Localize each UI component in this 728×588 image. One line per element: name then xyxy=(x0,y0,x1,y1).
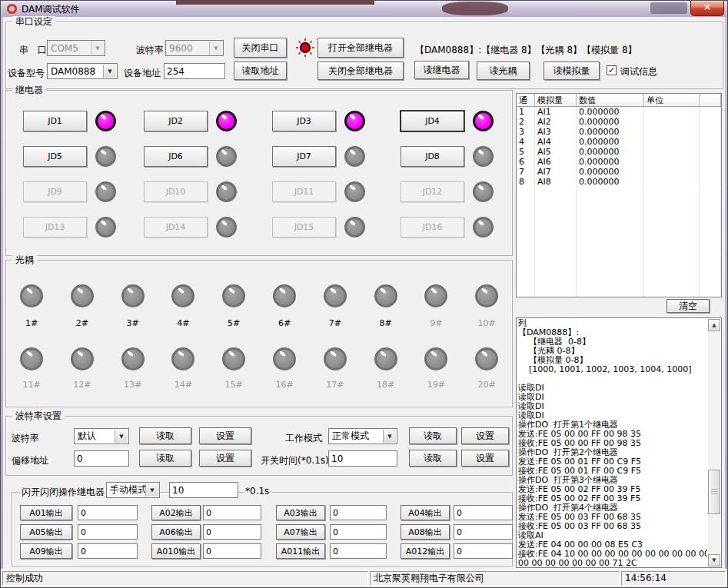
analog-col-header-3[interactable]: 单位 xyxy=(644,94,700,107)
output-button-a04[interactable]: A04输出 xyxy=(401,505,450,520)
scrollbar-thumb[interactable] xyxy=(708,470,720,514)
opto-label-17: 17# xyxy=(312,380,358,390)
led-highlight xyxy=(76,350,83,357)
output-button-a06[interactable]: A06输出 xyxy=(151,524,201,540)
chevron-down-icon: ▼ xyxy=(383,430,396,443)
led-highlight xyxy=(228,287,235,294)
close-button[interactable]: × xyxy=(690,1,724,16)
read-analog-button[interactable]: 读模拟量 xyxy=(544,61,600,80)
output-button-a011[interactable]: A011输出 xyxy=(276,543,325,559)
scroll-up-icon[interactable]: ▲ xyxy=(708,319,720,331)
output-value-input-9[interactable] xyxy=(78,543,138,559)
analog-cell: 5 xyxy=(517,147,535,157)
analog-cell xyxy=(700,157,721,167)
analog-cell: AI6 xyxy=(535,157,577,167)
relay-indicator-jd12 xyxy=(473,181,494,202)
analog-cell xyxy=(644,167,700,177)
relay-button-jd4[interactable]: JD4 xyxy=(401,111,464,131)
close-port-button[interactable]: 关闭串口 xyxy=(234,38,287,58)
output-value-input-7[interactable] xyxy=(330,524,387,540)
output-value-input-10[interactable] xyxy=(203,543,261,559)
opto-label-11: 11# xyxy=(8,380,55,390)
address-input[interactable] xyxy=(164,63,225,79)
workmode-select[interactable]: 正常模式 ▼ xyxy=(328,428,397,444)
analog-col-header-4[interactable] xyxy=(700,94,721,107)
baud-set-button[interactable]: 设置 xyxy=(199,427,251,444)
led-highlight xyxy=(221,220,228,226)
output-button-a03[interactable]: A03输出 xyxy=(276,505,325,520)
output-button-a07[interactable]: A07输出 xyxy=(276,524,325,540)
relay-button-jd6[interactable]: JD6 xyxy=(144,146,208,167)
offset-input[interactable] xyxy=(74,450,129,467)
opto-label-10: 10# xyxy=(464,318,510,328)
analog-cell: 0.000000 xyxy=(577,127,644,137)
window-title: DAM调试软件 xyxy=(22,3,80,16)
led-highlight xyxy=(278,287,285,294)
opto-indicator-16 xyxy=(273,347,296,370)
output-button-a08[interactable]: A08输出 xyxy=(401,524,450,540)
output-value-input-2[interactable] xyxy=(203,505,261,520)
flash-mode-select[interactable]: 手动模式 ▼ xyxy=(106,482,160,498)
analog-cell: AI7 xyxy=(535,167,577,177)
debug-info-checkbox[interactable]: ✓ xyxy=(607,65,617,75)
switchtime-set-button[interactable]: 设置 xyxy=(461,450,509,467)
analog-col-header-2[interactable]: 数值 xyxy=(577,94,644,107)
read-relay-button[interactable]: 读继电器 xyxy=(414,61,469,79)
output-button-a012[interactable]: A012输出 xyxy=(401,543,450,559)
output-value-input-11[interactable] xyxy=(330,543,387,559)
output-button-a02[interactable]: A02输出 xyxy=(151,505,201,520)
table-row: 1AI10.000000 xyxy=(517,107,721,117)
analog-col-header-0[interactable]: 通 xyxy=(517,94,535,107)
opto-label-13: 13# xyxy=(110,380,156,390)
model-select[interactable]: DAM0888 ▼ xyxy=(47,63,118,79)
output-button-a010[interactable]: A010输出 xyxy=(151,543,201,559)
flash-time-input[interactable] xyxy=(169,482,238,498)
read-address-button[interactable]: 读取地址 xyxy=(234,61,287,80)
opto-group: 光耦 1#2#3#4#5#6#7#8#9#10#11#12#13#14#15#1… xyxy=(5,260,513,407)
check-icon: ✓ xyxy=(608,66,615,75)
relay-button-jd3[interactable]: JD3 xyxy=(272,111,336,131)
switchtime-input[interactable] xyxy=(328,450,397,467)
clear-log-button[interactable]: 清空 xyxy=(667,299,710,313)
output-button-a01[interactable]: A01输出 xyxy=(20,505,72,520)
chevron-down-icon: ▼ xyxy=(91,42,104,55)
output-value-input-1[interactable] xyxy=(78,505,138,520)
opto-label-9: 9# xyxy=(413,318,459,328)
analog-cell: 8 xyxy=(517,177,535,187)
device-summary: 【DAM0888】:【继电器 8】【光耦 8】【模拟量 8】 xyxy=(415,44,637,57)
output-value-input-4[interactable] xyxy=(454,505,513,520)
relay-button-jd5[interactable]: JD5 xyxy=(23,146,87,167)
output-value-input-3[interactable] xyxy=(330,505,387,520)
workmode-read-button[interactable]: 读取 xyxy=(409,427,457,444)
output-button-a05[interactable]: A05输出 xyxy=(20,524,72,540)
offset-set-button[interactable]: 设置 xyxy=(199,450,251,467)
led-highlight xyxy=(350,149,356,155)
led-highlight xyxy=(380,350,387,357)
analog-col-header-1[interactable]: 模拟量 xyxy=(535,94,577,107)
read-opto-button[interactable]: 读光耦 xyxy=(477,61,530,80)
switchtime-read-button[interactable]: 读取 xyxy=(409,450,457,467)
led-highlight xyxy=(350,114,356,120)
relay-button-jd7[interactable]: JD7 xyxy=(272,146,336,167)
relay-button-jd2[interactable]: JD2 xyxy=(144,111,208,131)
port-label: 串 口 xyxy=(19,44,47,57)
close-all-relays-button[interactable]: 关闭全部继电器 xyxy=(317,61,404,80)
opto-indicator-18 xyxy=(374,347,397,370)
analog-cell xyxy=(644,177,700,187)
open-all-relays-button[interactable]: 打开全部继电器 xyxy=(317,38,404,58)
workmode-set-button[interactable]: 设置 xyxy=(461,427,509,444)
relay-button-jd8[interactable]: JD8 xyxy=(401,146,464,167)
scroll-down-icon[interactable]: ▼ xyxy=(708,554,720,566)
baud2-select[interactable]: 默认 ▼ xyxy=(74,428,129,444)
output-value-input-6[interactable] xyxy=(203,524,261,540)
offset-read-button[interactable]: 读取 xyxy=(139,450,191,467)
output-value-input-12[interactable] xyxy=(454,543,513,559)
log-scrollbar[interactable]: ▲ ▼ xyxy=(708,319,720,566)
output-value-input-5[interactable] xyxy=(78,524,138,540)
output-value-input-8[interactable] xyxy=(454,524,513,540)
baud-read-button[interactable]: 读取 xyxy=(139,427,191,444)
opto-indicator-19 xyxy=(424,347,447,370)
baud-settings-group: 波特率设置 xyxy=(5,416,513,476)
output-button-a09[interactable]: A09输出 xyxy=(20,543,72,559)
relay-button-jd1[interactable]: JD1 xyxy=(23,111,87,131)
